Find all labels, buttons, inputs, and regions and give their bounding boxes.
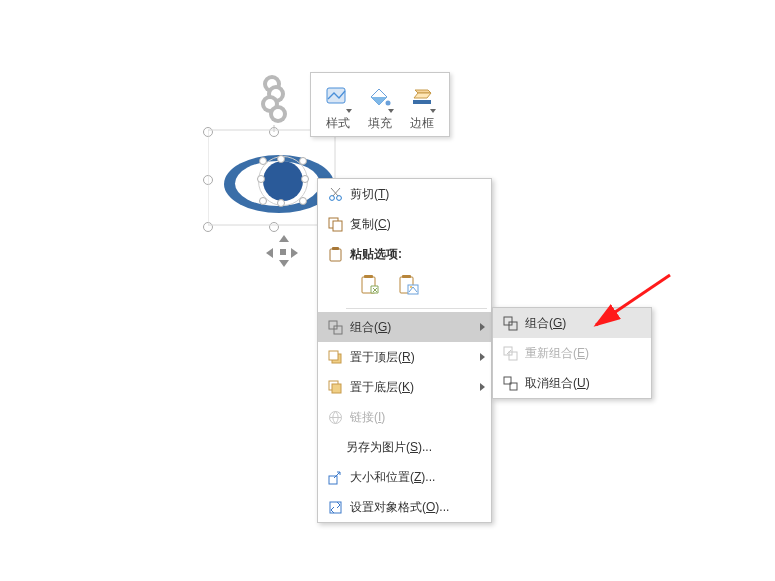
fill-icon [367, 86, 393, 112]
menu-copy[interactable]: 复制(C) [318, 209, 491, 239]
svg-rect-26 [329, 476, 337, 484]
menu-size-pos-label: 大小和位置(Z)... [350, 469, 485, 486]
svg-rect-11 [330, 249, 341, 261]
menu-send-back-label: 置于底层(K) [350, 379, 480, 396]
svg-rect-22 [329, 351, 338, 360]
svg-rect-14 [364, 275, 373, 278]
svg-rect-19 [329, 321, 337, 329]
outline-button[interactable]: 边框 [401, 86, 443, 132]
paste-option-keep-source[interactable] [358, 273, 384, 299]
svg-point-18 [410, 286, 412, 288]
svg-rect-28 [504, 317, 512, 325]
svg-rect-10 [333, 221, 342, 231]
style-button[interactable]: 样式 [317, 86, 359, 132]
group-submenu: 组合(G) 重新组合(E) 取消组合(U) [492, 307, 652, 399]
cut-icon [324, 184, 346, 204]
svg-point-5 [329, 195, 334, 200]
ungroup-icon [499, 373, 521, 393]
copy-icon [324, 214, 346, 234]
send-back-icon [324, 377, 346, 397]
bring-front-icon [324, 347, 346, 367]
regroup-icon [499, 343, 521, 363]
menu-link-label: 链接(I) [350, 409, 485, 426]
menu-cut-label: 剪切(T) [350, 186, 485, 203]
eye-shape-iris[interactable] [263, 161, 303, 201]
submenu-regroup-label: 重新组合(E) [525, 345, 645, 362]
svg-rect-24 [332, 384, 341, 393]
menu-cut[interactable]: 剪切(T) [318, 179, 491, 209]
paste-options-row [318, 269, 491, 305]
svg-rect-16 [402, 275, 411, 278]
svg-point-6 [336, 195, 341, 200]
fill-label: 填充 [368, 115, 392, 132]
paste-option-picture[interactable] [396, 273, 422, 299]
svg-rect-12 [332, 247, 339, 250]
submenu-arrow-icon [480, 383, 485, 391]
menu-format-object[interactable]: 设置对象格式(O)... [318, 492, 491, 522]
group-icon [324, 317, 346, 337]
style-label: 样式 [326, 115, 350, 132]
menu-paste-options-header: 粘贴选项: [318, 239, 491, 269]
link-icon [324, 407, 346, 427]
submenu-arrow-icon [480, 353, 485, 361]
menu-send-to-back[interactable]: 置于底层(K) [318, 372, 491, 402]
menu-bring-to-front[interactable]: 置于顶层(R) [318, 342, 491, 372]
submenu-regroup: 重新组合(E) [493, 338, 651, 368]
context-menu: 剪切(T) 复制(C) 粘贴选项: 组合(G) 置于顶层(R) [317, 178, 492, 523]
group-icon [499, 313, 521, 333]
svg-rect-29 [509, 322, 517, 330]
svg-rect-30 [504, 347, 512, 355]
submenu-ungroup[interactable]: 取消组合(U) [493, 368, 651, 398]
menu-save-as-picture[interactable]: 另存为图片(S)... [318, 432, 491, 462]
submenu-group-label: 组合(G) [525, 315, 645, 332]
submenu-ungroup-label: 取消组合(U) [525, 375, 645, 392]
menu-format-obj-label: 设置对象格式(O)... [350, 499, 485, 516]
menu-group[interactable]: 组合(G) [318, 312, 491, 342]
paste-icon [324, 244, 346, 264]
svg-rect-20 [334, 326, 342, 334]
menu-save-pic-label: 另存为图片(S)... [346, 439, 485, 456]
menu-size-and-position[interactable]: 大小和位置(Z)... [318, 462, 491, 492]
svg-rect-31 [509, 352, 517, 360]
style-icon [325, 86, 351, 112]
menu-link: 链接(I) [318, 402, 491, 432]
svg-point-3 [386, 101, 391, 106]
outline-icon [409, 86, 435, 112]
menu-copy-label: 复制(C) [350, 216, 485, 233]
menu-group-label: 组合(G) [350, 319, 480, 336]
size-pos-icon [324, 467, 346, 487]
menu-bring-front-label: 置于顶层(R) [350, 349, 480, 366]
fill-button[interactable]: 填充 [359, 86, 401, 132]
mini-toolbar: 样式 填充 边框 [310, 72, 450, 137]
format-obj-icon [324, 497, 346, 517]
submenu-group[interactable]: 组合(G) [493, 308, 651, 338]
menu-paste-header-label: 粘贴选项: [350, 246, 485, 263]
svg-rect-4 [413, 100, 431, 104]
outline-label: 边框 [410, 115, 434, 132]
submenu-arrow-icon [480, 323, 485, 331]
move-cursor-icon [268, 237, 296, 265]
